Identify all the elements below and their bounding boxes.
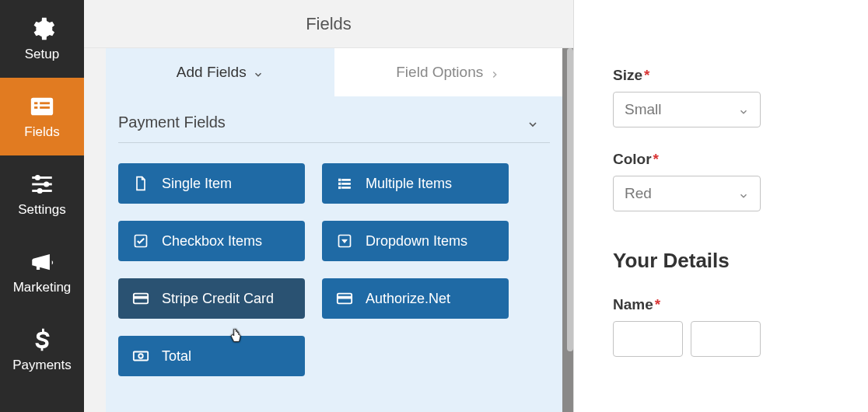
chevron-right-icon — [489, 67, 500, 78]
required-indicator: * — [655, 296, 660, 312]
label-color: Color* — [613, 151, 829, 168]
label-size: Size* — [613, 67, 829, 84]
field-stripe-credit-card[interactable]: Stripe Credit Card — [118, 278, 305, 319]
svg-rect-14 — [342, 183, 351, 185]
field-grid: Single Item Multiple Items Checkbox Item… — [106, 143, 562, 396]
section-header-payment-fields[interactable]: Payment Fields — [106, 96, 562, 136]
required-indicator: * — [644, 67, 649, 83]
field-authorize-net[interactable]: Authorize.Net — [322, 278, 509, 319]
section-title: Payment Fields — [118, 113, 226, 131]
svg-rect-1 — [34, 102, 37, 104]
select-size[interactable]: Small — [613, 92, 761, 127]
label-name: Name* — [613, 296, 829, 313]
field-label: Stripe Credit Card — [162, 291, 274, 307]
field-label: Total — [162, 348, 191, 365]
sidebar-item-marketing[interactable]: Marketing — [0, 233, 84, 311]
svg-rect-20 — [134, 296, 148, 299]
svg-rect-16 — [342, 187, 351, 189]
sidebar-item-payments[interactable]: Payments — [0, 311, 84, 389]
preview-panel: Size* Small Color* Red Your Details Name… — [574, 0, 868, 412]
field-multiple-items[interactable]: Multiple Items — [322, 163, 509, 204]
first-name-input[interactable] — [613, 321, 683, 357]
select-value: Small — [625, 101, 662, 118]
svg-rect-12 — [342, 180, 351, 181]
bullhorn-icon — [29, 249, 55, 275]
credit-card-icon — [132, 290, 149, 307]
chevron-down-icon — [527, 117, 539, 129]
svg-rect-13 — [339, 183, 341, 185]
svg-rect-23 — [134, 352, 148, 361]
credit-card-icon — [336, 290, 353, 307]
svg-rect-3 — [34, 106, 37, 109]
tab-label: Field Options — [396, 64, 483, 81]
field-label: Checkbox Items — [162, 233, 262, 250]
tabs: Add Fields Field Options — [106, 48, 562, 96]
center-panel: Fields Add Fields Field Options — [84, 0, 574, 412]
svg-rect-22 — [338, 296, 352, 299]
money-icon — [132, 347, 149, 365]
file-icon — [132, 175, 149, 192]
tab-label: Add Fields — [177, 64, 247, 81]
svg-point-8 — [35, 175, 40, 180]
sidebar-item-label: Fields — [24, 124, 59, 140]
list-icon — [29, 93, 55, 120]
field-label: Dropdown Items — [366, 233, 467, 250]
field-label: Multiple Items — [366, 176, 452, 192]
tab-add-fields[interactable]: Add Fields — [106, 48, 334, 96]
field-label: Single Item — [162, 176, 232, 192]
sidebar-item-label: Payments — [12, 358, 72, 373]
select-color[interactable]: Red — [613, 176, 761, 211]
sidebar: Setup Fields Settings Marketing Payments — [0, 0, 84, 412]
sidebar-item-fields[interactable]: Fields — [0, 78, 84, 155]
chevron-down-icon — [738, 104, 749, 115]
sidebar-item-label: Marketing — [13, 280, 72, 295]
chevron-down-icon — [738, 188, 749, 199]
svg-rect-4 — [40, 106, 50, 109]
name-input-group — [613, 321, 829, 357]
last-name-input[interactable] — [691, 321, 761, 357]
sidebar-item-label: Setup — [25, 47, 59, 62]
field-dropdown-items[interactable]: Dropdown Items — [322, 221, 509, 261]
field-label: Authorize.Net — [366, 291, 450, 307]
checkbox-icon — [132, 232, 149, 250]
svg-rect-2 — [40, 102, 50, 104]
required-indicator: * — [653, 151, 659, 167]
page-title: Fields — [84, 0, 573, 48]
field-single-item[interactable]: Single Item — [118, 163, 305, 204]
list-icon — [336, 175, 353, 192]
tab-field-options[interactable]: Field Options — [334, 48, 563, 96]
dropdown-icon — [336, 232, 353, 250]
chevron-down-icon — [253, 67, 264, 78]
scrollbar-thumb[interactable] — [567, 48, 573, 351]
sidebar-item-settings[interactable]: Settings — [0, 155, 84, 233]
svg-rect-15 — [339, 187, 341, 189]
svg-point-9 — [44, 181, 49, 187]
sidebar-item-setup[interactable]: Setup — [0, 0, 84, 78]
select-value: Red — [625, 185, 652, 202]
svg-point-24 — [138, 354, 143, 358]
sidebar-item-label: Settings — [18, 202, 65, 218]
dollar-icon — [29, 326, 55, 353]
field-checkbox-items[interactable]: Checkbox Items — [118, 221, 305, 261]
svg-rect-11 — [339, 179, 341, 181]
sliders-icon — [29, 171, 55, 197]
svg-point-10 — [37, 188, 43, 194]
field-total[interactable]: Total — [118, 336, 305, 376]
gear-icon — [29, 16, 55, 42]
section-your-details: Your Details — [613, 249, 829, 273]
